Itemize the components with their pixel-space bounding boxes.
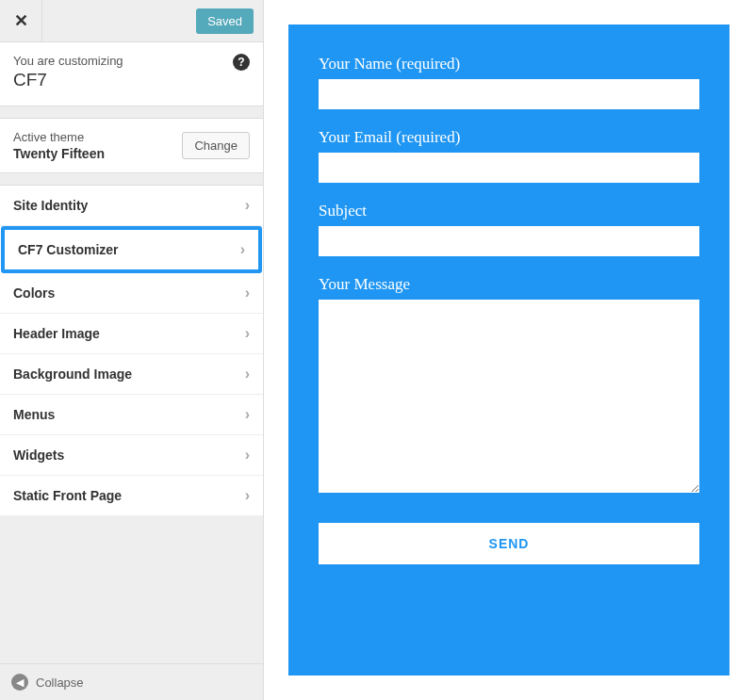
panel-label: Header Image xyxy=(13,326,100,341)
chevron-right-icon: › xyxy=(245,447,250,464)
top-bar: ✕ Saved xyxy=(0,0,263,42)
message-label: Your Message xyxy=(319,275,699,294)
change-theme-button[interactable]: Change xyxy=(182,132,250,159)
panel-label: Colors xyxy=(13,285,55,301)
collapse-label: Collapse xyxy=(36,676,84,690)
theme-block: Active theme Twenty Fifteen Change xyxy=(0,118,263,173)
panel-widgets[interactable]: Widgets › xyxy=(0,435,263,476)
panel-colors[interactable]: Colors › xyxy=(0,273,263,314)
send-button[interactable]: SEND xyxy=(319,523,699,564)
chevron-right-icon: › xyxy=(240,241,245,258)
customizer-sidebar: ✕ Saved You are customizing CF7 ? Active… xyxy=(0,0,264,700)
panel-label: Widgets xyxy=(13,448,64,463)
customizing-label: You are customizing xyxy=(13,54,250,68)
panel-header-image[interactable]: Header Image › xyxy=(0,314,263,354)
subject-label: Subject xyxy=(319,202,699,220)
panel-label: Site Identity xyxy=(13,198,88,213)
close-button[interactable]: ✕ xyxy=(0,0,42,42)
customizing-title: CF7 xyxy=(13,70,250,90)
contact-form: Your Name (required) Your Email (require… xyxy=(288,24,729,676)
chevron-right-icon: › xyxy=(245,325,250,342)
panel-background-image[interactable]: Background Image › xyxy=(0,354,263,395)
subject-input[interactable] xyxy=(319,226,699,256)
panel-label: Menus xyxy=(13,407,55,422)
name-input[interactable] xyxy=(319,79,699,109)
chevron-right-icon: › xyxy=(245,197,250,214)
help-icon[interactable]: ? xyxy=(233,54,250,71)
panel-site-identity[interactable]: Site Identity › xyxy=(0,185,263,226)
panel-list: Site Identity › CF7 Customizer › Colors … xyxy=(0,185,263,516)
name-label: Your Name (required) xyxy=(319,55,699,73)
collapse-icon: ◀ xyxy=(11,674,28,691)
active-theme-name: Twenty Fifteen xyxy=(13,146,105,161)
chevron-right-icon: › xyxy=(245,487,250,504)
email-input[interactable] xyxy=(319,153,699,183)
chevron-right-icon: › xyxy=(245,285,250,301)
active-theme-label: Active theme xyxy=(13,130,105,144)
panel-static-front-page[interactable]: Static Front Page › xyxy=(0,476,263,516)
theme-text: Active theme Twenty Fifteen xyxy=(13,130,105,161)
preview-pane: Your Name (required) Your Email (require… xyxy=(264,0,754,700)
chevron-right-icon: › xyxy=(245,406,250,423)
panel-label: Static Front Page xyxy=(13,488,122,503)
message-textarea[interactable] xyxy=(319,300,699,493)
panel-label: Background Image xyxy=(13,366,132,382)
email-label: Your Email (required) xyxy=(319,128,699,147)
collapse-button[interactable]: ◀ Collapse xyxy=(0,663,263,700)
panel-menus[interactable]: Menus › xyxy=(0,395,263,435)
close-icon: ✕ xyxy=(14,10,28,31)
panel-label: CF7 Customizer xyxy=(18,242,119,257)
customizing-panel: You are customizing CF7 ? xyxy=(0,42,263,106)
panel-cf7-customizer[interactable]: CF7 Customizer › xyxy=(1,226,262,273)
saved-button[interactable]: Saved xyxy=(196,8,254,34)
chevron-right-icon: › xyxy=(245,366,250,383)
